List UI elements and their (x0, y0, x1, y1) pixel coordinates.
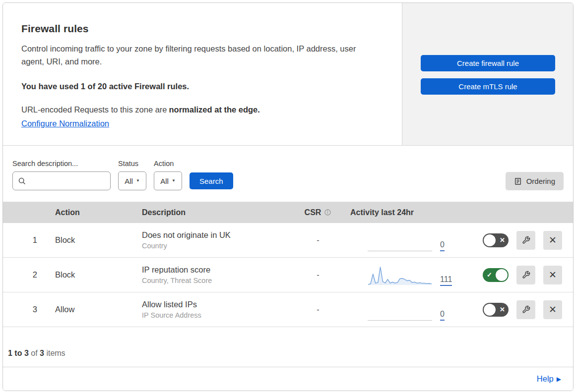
search-icon (18, 177, 26, 185)
edit-rule-button[interactable] (516, 300, 535, 319)
status-filter-select[interactable]: All ▼ (118, 171, 146, 190)
action-field: Action All ▼ (154, 160, 182, 190)
x-icon: ✕ (549, 305, 557, 314)
create-mtls-rule-button[interactable]: Create mTLS rule (421, 78, 555, 95)
rule-criteria: IP Source Address (142, 311, 293, 319)
toggle-knob (496, 269, 508, 281)
status-filter-value: All (125, 177, 133, 185)
ordering-button[interactable]: Ordering (506, 172, 564, 190)
help-link-label: Help (537, 374, 554, 384)
csr-header-label: CSR (305, 208, 321, 217)
table-row: 1 Block Does not originate in UK Country… (3, 223, 573, 258)
firewall-rules-page: Firewall rules Control incoming traffic … (2, 2, 574, 391)
create-firewall-rule-button[interactable]: Create firewall rule (421, 55, 555, 71)
rule-description: Allow listed IPs (142, 300, 293, 309)
rule-priority: 2 (12, 270, 37, 280)
rules-table: Action Description CSR Activity last 24h… (3, 202, 573, 327)
help-link[interactable]: Help ▶ (537, 374, 561, 384)
toggle-knob (484, 304, 496, 316)
rule-controls: ✕ ✕ (483, 300, 562, 319)
delete-rule-button[interactable]: ✕ (543, 266, 562, 284)
normalization-text: URL-encoded Requests to this zone are (21, 105, 167, 114)
activity-count-link[interactable]: 0 (440, 240, 445, 251)
info-icon[interactable] (324, 209, 331, 216)
usage-summary: You have used 1 of 20 active Firewall ru… (21, 82, 382, 91)
rule-description: Does not originate in UK (142, 230, 293, 240)
rule-controls: ✕ ✕ (483, 231, 562, 250)
activity-sparkline (368, 264, 432, 286)
rule-description: IP reputation score (142, 265, 293, 275)
rule-enabled-toggle[interactable]: ✕ (483, 303, 509, 317)
activity-count-link[interactable]: 111 (440, 275, 452, 286)
edit-rule-button[interactable] (516, 231, 535, 250)
column-header-description: Description (142, 208, 293, 217)
rule-description-cell: Does not originate in UK Country (142, 230, 293, 250)
column-header-csr: CSR (293, 208, 343, 217)
rule-activity-cell: 0 (343, 229, 462, 251)
toggle-state-icon: ✕ (500, 237, 505, 243)
wrench-icon (522, 271, 530, 279)
activity-graph (368, 299, 432, 321)
search-label: Search description... (12, 160, 111, 168)
table-header-row: Action Description CSR Activity last 24h… (3, 202, 573, 223)
delete-rule-button[interactable]: ✕ (543, 231, 562, 250)
help-bar: Help ▶ (3, 367, 573, 391)
toggle-state-icon: ✕ (500, 306, 505, 313)
items-of-text: of (29, 349, 40, 357)
rule-criteria: Country (142, 242, 293, 250)
wrench-icon (522, 236, 530, 244)
rule-criteria: Country, Threat Score (142, 277, 293, 284)
header-section: Firewall rules Control incoming traffic … (3, 3, 573, 146)
toggle-state-icon: ✓ (487, 272, 492, 278)
action-filter-select[interactable]: All ▼ (154, 171, 182, 190)
items-range: 1 to 3 (8, 349, 29, 357)
rule-csr-value: - (293, 305, 343, 314)
search-input[interactable] (26, 177, 105, 185)
page-description: Control incoming traffic to your zone by… (21, 42, 379, 68)
rule-activity-cell: 111 (343, 264, 462, 286)
configure-normalization-link[interactable]: Configure Normalization (21, 119, 109, 128)
normalization-bold-text: normalized at the edge. (169, 105, 260, 114)
rule-action: Block (37, 270, 142, 280)
chevron-down-icon: ▼ (136, 179, 140, 183)
ordering-button-label: Ordering (526, 177, 555, 185)
column-header-action: Action (37, 208, 142, 217)
filter-bar: Search description... Status All ▼ Actio… (3, 146, 573, 202)
column-header-activity: Activity last 24hr (343, 208, 462, 217)
x-icon: ✕ (549, 235, 557, 245)
actions-panel: Create firewall rule Create mTLS rule (402, 3, 573, 145)
activity-graph (368, 229, 432, 251)
rule-csr-value: - (293, 270, 343, 280)
rule-enabled-toggle[interactable]: ✕ (483, 233, 509, 247)
rule-controls: ✓ ✕ (483, 266, 562, 284)
action-filter-value: All (160, 177, 169, 185)
table-row: 2 Block IP reputation score Country, Thr… (3, 258, 573, 292)
activity-count-link[interactable]: 0 (440, 310, 445, 321)
rule-csr-value: - (293, 235, 343, 245)
ordering-list-icon (514, 177, 522, 185)
activity-flatline (368, 320, 432, 321)
chevron-down-icon: ▼ (172, 179, 176, 183)
delete-rule-button[interactable]: ✕ (543, 300, 562, 319)
rule-action: Block (37, 235, 142, 245)
search-box[interactable] (12, 171, 111, 190)
rule-priority: 3 (12, 305, 37, 314)
normalization-note: URL-encoded Requests to this zone arenor… (21, 105, 382, 114)
header-text-block: Firewall rules Control incoming traffic … (3, 3, 402, 145)
items-total: 3 (40, 349, 44, 357)
rule-enabled-toggle[interactable]: ✓ (483, 268, 509, 282)
action-label: Action (154, 160, 182, 168)
edit-rule-button[interactable] (516, 266, 535, 284)
activity-flatline (368, 250, 432, 251)
status-label: Status (118, 160, 146, 168)
search-button[interactable]: Search (190, 172, 233, 189)
search-field: Search description... (12, 160, 111, 190)
rule-activity-cell: 0 (343, 299, 462, 321)
rule-action: Allow (37, 305, 142, 314)
wrench-icon (522, 305, 530, 314)
rule-description-cell: IP reputation score Country, Threat Scor… (142, 265, 293, 284)
activity-graph (368, 264, 432, 286)
table-row: 3 Allow Allow listed IPs IP Source Addre… (3, 292, 573, 327)
rule-priority: 1 (12, 235, 37, 245)
items-label: items (44, 349, 65, 357)
